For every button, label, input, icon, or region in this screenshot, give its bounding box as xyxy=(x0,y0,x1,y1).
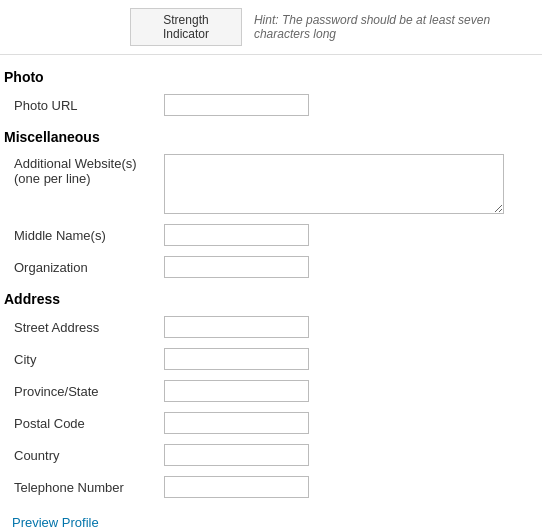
preview-profile-link[interactable]: Preview Profile xyxy=(8,515,99,530)
telephone-input[interactable] xyxy=(164,476,309,498)
password-hint: Hint: The password should be at least se… xyxy=(254,13,532,41)
photo-url-input[interactable] xyxy=(164,94,309,116)
province-state-label: Province/State xyxy=(14,384,164,399)
form-container: Photo Photo URL Miscellaneous Additional… xyxy=(0,55,542,530)
organization-row: Organization xyxy=(0,251,542,283)
city-label: City xyxy=(14,352,164,367)
city-row: City xyxy=(0,343,542,375)
country-row: Country xyxy=(0,439,542,471)
street-address-row: Street Address xyxy=(0,311,542,343)
street-address-input[interactable] xyxy=(164,316,309,338)
city-input[interactable] xyxy=(164,348,309,370)
top-bar: Strength Indicator Hint: The password sh… xyxy=(0,0,542,55)
additional-websites-row: Additional Website(s)(one per line) xyxy=(0,149,542,219)
country-label: Country xyxy=(14,448,164,463)
postal-code-row: Postal Code xyxy=(0,407,542,439)
country-input[interactable] xyxy=(164,444,309,466)
province-state-input[interactable] xyxy=(164,380,309,402)
address-section-heading: Address xyxy=(0,283,542,311)
photo-url-row: Photo URL xyxy=(0,89,542,121)
additional-websites-label: Additional Website(s)(one per line) xyxy=(14,154,164,186)
bottom-actions: Preview Profile Update Profile xyxy=(0,503,542,530)
organization-input[interactable] xyxy=(164,256,309,278)
middle-name-row: Middle Name(s) xyxy=(0,219,542,251)
photo-section-heading: Photo xyxy=(0,61,542,89)
strength-indicator-button[interactable]: Strength Indicator xyxy=(130,8,242,46)
province-state-row: Province/State xyxy=(0,375,542,407)
street-address-label: Street Address xyxy=(14,320,164,335)
middle-name-label: Middle Name(s) xyxy=(14,228,164,243)
telephone-row: Telephone Number xyxy=(0,471,542,503)
middle-name-input[interactable] xyxy=(164,224,309,246)
organization-label: Organization xyxy=(14,260,164,275)
miscellaneous-section-heading: Miscellaneous xyxy=(0,121,542,149)
postal-code-input[interactable] xyxy=(164,412,309,434)
telephone-label: Telephone Number xyxy=(14,480,164,495)
additional-websites-input[interactable] xyxy=(164,154,504,214)
postal-code-label: Postal Code xyxy=(14,416,164,431)
photo-url-label: Photo URL xyxy=(14,98,164,113)
